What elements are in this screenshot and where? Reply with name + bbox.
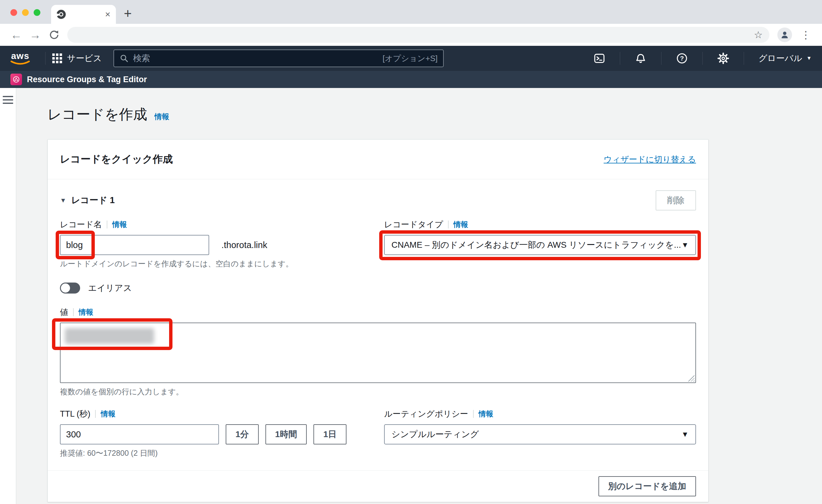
routing-policy-value: シンプルルーティング	[391, 429, 479, 440]
record-name-input[interactable]	[60, 235, 209, 255]
record-name-helper: ルートドメインのレコードを作成するには、空白のままにします。	[60, 259, 372, 269]
question-circle-icon: ?	[676, 53, 688, 64]
cloudshell-button[interactable]	[585, 53, 613, 64]
favorites-bar: Resource Groups & Tag Editor	[0, 71, 822, 88]
label-divider	[73, 308, 74, 316]
console-search-box[interactable]: [オプション+S]	[113, 49, 444, 67]
label-divider	[448, 221, 449, 228]
services-label: サービス	[67, 53, 102, 64]
services-grid-icon	[52, 53, 62, 63]
region-label: グローバル	[759, 53, 802, 64]
close-window-button[interactable]	[10, 9, 17, 16]
ttl-input[interactable]	[60, 424, 219, 444]
cloudshell-terminal-icon	[593, 53, 605, 64]
card-title: レコードをクイック作成	[60, 152, 173, 166]
search-icon	[119, 54, 129, 63]
bookmark-star-icon[interactable]: ☆	[754, 29, 763, 41]
nav-right-group: ? グローバル ▼	[585, 52, 812, 65]
ttl-1hour-button[interactable]: 1時間	[266, 424, 307, 444]
value-label: 値	[60, 307, 68, 318]
record-type-label: レコードタイプ	[384, 219, 443, 230]
record-type-select[interactable]: CNAME – 別のドメイン名および一部の AWS リソースにトラフィックを..…	[384, 235, 696, 255]
aws-top-nav: aws サービス [オプション+S]	[0, 46, 822, 71]
routing-policy-label: ルーティングポリシー	[384, 408, 468, 419]
close-tab-icon[interactable]: ×	[105, 10, 110, 19]
add-another-record-button[interactable]: 別のレコードを追加	[598, 476, 696, 496]
value-textarea[interactable]	[60, 323, 696, 383]
aws-logo[interactable]: aws	[10, 51, 30, 65]
forward-button[interactable]: →	[27, 28, 43, 42]
svg-text:?: ?	[680, 55, 684, 62]
aws-logo-text: aws	[11, 51, 29, 60]
services-menu-button[interactable]: サービス	[52, 53, 102, 64]
window-controls	[10, 9, 40, 16]
resource-groups-icon	[10, 74, 22, 85]
routing-policy-select[interactable]: シンプルルーティング ▼	[384, 424, 696, 444]
browser-profile-avatar[interactable]	[777, 27, 792, 42]
nav-divider	[45, 52, 46, 65]
left-sidebar	[0, 88, 16, 504]
chevron-down-icon: ▼	[806, 55, 812, 61]
search-input[interactable]	[133, 53, 383, 63]
back-button[interactable]: ←	[8, 28, 24, 42]
ttl-helper: 推奨値: 60〜172800 (2 日間)	[60, 448, 372, 458]
address-bar[interactable]: ☆	[67, 27, 769, 43]
label-divider	[473, 410, 474, 418]
favorites-item-resource-groups[interactable]: Resource Groups & Tag Editor	[27, 75, 147, 84]
hamburger-menu-button[interactable]	[3, 96, 13, 104]
minimize-window-button[interactable]	[22, 9, 29, 16]
toggle-knob	[61, 283, 70, 293]
new-tab-button[interactable]: +	[124, 7, 132, 20]
chevron-down-icon: ▼	[681, 241, 689, 249]
browser-tab[interactable]: ×	[51, 5, 116, 24]
region-selector[interactable]: グローバル ▼	[751, 53, 812, 64]
settings-button[interactable]	[710, 53, 737, 64]
browser-toolbar: ← → ☆ ⋮	[0, 24, 822, 46]
record-name-label: レコード名	[60, 219, 102, 230]
maximize-window-button[interactable]	[34, 9, 40, 16]
nav-divider	[620, 52, 620, 65]
page-title-info-link[interactable]: 情報	[154, 112, 169, 122]
page-title: レコードを作成	[47, 105, 147, 124]
main-content: レコードを作成 情報 レコードをクイック作成 ウィザードに切り替える ▼ レコー…	[16, 88, 822, 504]
alias-label: エイリアス	[88, 282, 132, 294]
tab-favicon-icon	[57, 10, 66, 19]
help-button[interactable]: ?	[668, 53, 696, 64]
value-helper: 複数の値を個別の行に入力します。	[60, 387, 696, 397]
ttl-label: TTL (秒)	[60, 408, 90, 419]
label-divider	[95, 410, 96, 418]
record-type-value: CNAME – 別のドメイン名および一部の AWS リソースにトラフィックを..…	[391, 239, 681, 251]
record-type-info-link[interactable]: 情報	[453, 220, 468, 229]
switch-to-wizard-link[interactable]: ウィザードに切り替える	[604, 154, 696, 165]
ttl-info-link[interactable]: 情報	[101, 409, 115, 419]
redacted-value-blur	[65, 328, 154, 344]
ttl-1min-button[interactable]: 1分	[226, 424, 259, 444]
reload-icon	[49, 29, 60, 40]
nav-divider	[744, 52, 744, 65]
routing-policy-info-link[interactable]: 情報	[479, 409, 493, 419]
ttl-1day-button[interactable]: 1日	[314, 424, 347, 444]
reload-button[interactable]	[46, 29, 62, 40]
value-info-link[interactable]: 情報	[79, 307, 93, 317]
record-name-suffix: .thorota.link	[222, 240, 267, 250]
record-collapse-toggle[interactable]: ▼ レコード 1	[60, 194, 115, 206]
chevron-down-icon: ▼	[681, 430, 689, 439]
record-collapse-label: レコード 1	[71, 194, 115, 206]
notifications-button[interactable]	[627, 53, 655, 64]
gear-icon	[717, 53, 729, 64]
aws-smile-icon	[10, 60, 30, 65]
nav-divider	[661, 52, 662, 65]
label-divider	[107, 221, 107, 228]
browser-menu-button[interactable]: ⋮	[798, 29, 814, 41]
quick-create-card: レコードをクイック作成 ウィザードに切り替える ▼ レコード 1 削除 レ	[47, 139, 709, 502]
collapse-triangle-icon: ▼	[60, 197, 66, 204]
alias-toggle[interactable]	[60, 283, 80, 294]
browser-tab-strip: × +	[0, 0, 822, 24]
delete-record-button[interactable]: 削除	[656, 190, 696, 210]
record-name-info-link[interactable]: 情報	[112, 220, 127, 229]
person-icon	[780, 30, 789, 39]
bell-icon	[635, 53, 647, 64]
search-shortcut-hint: [オプション+S]	[383, 53, 438, 64]
